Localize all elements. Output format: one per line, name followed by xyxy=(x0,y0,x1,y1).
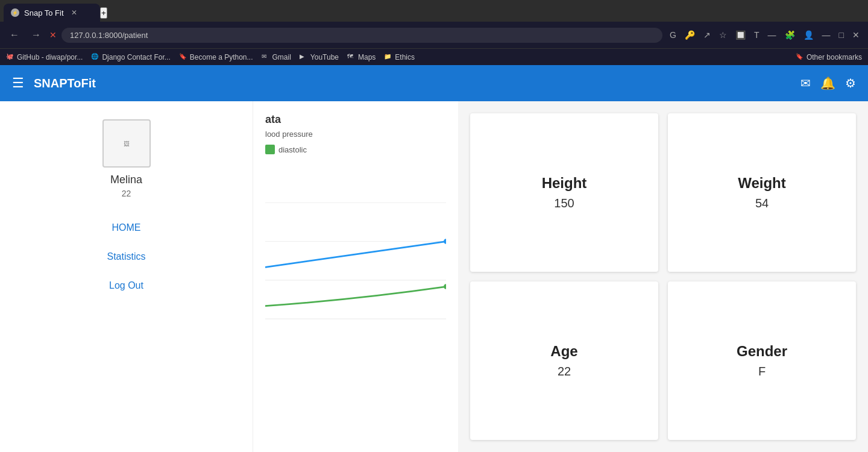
minimize-btn[interactable]: — xyxy=(820,29,833,41)
active-tab[interactable]: ⚡ Snap To Fit ✕ xyxy=(4,4,100,22)
back-button[interactable]: ← xyxy=(6,28,23,42)
stat-value-gender: F xyxy=(758,365,766,378)
bookmarks-bar: 🐙 GitHub - diwap/por... 🌐 Django Contact… xyxy=(0,48,868,65)
bookmark-other[interactable]: 🔖 Other bookmarks xyxy=(796,53,862,61)
bookmark-gmail-label: Gmail xyxy=(272,53,291,61)
close-browser-btn[interactable]: ✕ xyxy=(850,29,862,41)
django-favicon: 🌐 xyxy=(91,53,99,61)
top-nav-left: ☰ SNAPToFit xyxy=(12,75,96,91)
stats-section: Height 150 Weight 54 Age 22 Gender F xyxy=(458,101,868,452)
address-bar[interactable] xyxy=(61,28,662,43)
svg-point-4 xyxy=(444,239,446,244)
bookmark-maps-label: Maps xyxy=(358,53,376,61)
text-icon[interactable]: T xyxy=(752,29,762,41)
reload-icon[interactable]: ✕ xyxy=(49,30,57,40)
maximize-btn[interactable]: □ xyxy=(837,29,846,41)
tab-title: Snap To Fit xyxy=(24,8,64,17)
new-tab-button[interactable]: + xyxy=(100,7,107,19)
other-favicon: 🔖 xyxy=(796,53,804,61)
settings-icon[interactable]: ⚙ xyxy=(845,76,856,90)
puzzle-icon[interactable]: 🧩 xyxy=(782,29,797,41)
bookmark-python[interactable]: 🔖 Become a Python... xyxy=(179,53,253,61)
nav-link-statistics[interactable]: Statistics xyxy=(107,251,145,262)
maps-favicon: 🗺 xyxy=(347,53,356,61)
user-age: 22 xyxy=(122,189,131,198)
content-area: ata lood pressure diastolic xyxy=(253,101,868,452)
chart-section: ata lood pressure diastolic xyxy=(253,101,458,452)
stat-value-age: 22 xyxy=(558,365,571,378)
sidebar-nav-links: HOME Statistics Log Out xyxy=(12,222,241,291)
stat-label-gender: Gender xyxy=(737,343,787,360)
stat-card-age: Age 22 xyxy=(470,281,658,440)
nav-link-logout[interactable]: Log Out xyxy=(109,280,143,291)
share-icon[interactable]: ↗ xyxy=(701,29,713,41)
dash-icon[interactable]: — xyxy=(766,29,779,41)
github-favicon: 🐙 xyxy=(6,53,14,61)
ext1-icon[interactable]: 🔲 xyxy=(733,29,748,41)
tab-bar: ⚡ Snap To Fit ✕ + xyxy=(0,0,868,22)
legend-color-box xyxy=(265,145,275,154)
nav-link-home[interactable]: HOME xyxy=(112,222,141,233)
bookmark-ethics-label: Ethics xyxy=(395,53,415,61)
bookmark-github-label: GitHub - diwap/por... xyxy=(17,53,83,61)
stat-card-weight: Weight 54 xyxy=(668,113,856,272)
python-favicon: 🔖 xyxy=(179,53,187,61)
browser-chrome: ⚡ Snap To Fit ✕ + ← → ✕ G 🔑 ↗ ☆ 🔲 T — 🧩 … xyxy=(0,0,868,65)
bookmark-youtube[interactable]: ▶ YouTube xyxy=(300,53,339,61)
tab-favicon: ⚡ xyxy=(11,8,19,17)
avatar-container: 🖼 xyxy=(102,119,151,168)
browser-nav-bar: ← → ✕ G 🔑 ↗ ☆ 🔲 T — 🧩 👤 — □ ✕ xyxy=(0,22,868,48)
bookmark-other-label: Other bookmarks xyxy=(807,53,862,61)
stat-card-gender: Gender F xyxy=(668,281,856,440)
star-icon[interactable]: ☆ xyxy=(717,29,729,41)
app-wrapper: ☰ SNAPToFit ✉ 🔔 ⚙ 🖼 Melina 22 HOME Stati… xyxy=(0,65,868,452)
svg-point-5 xyxy=(444,284,446,289)
bookmark-ethics[interactable]: 📁 Ethics xyxy=(384,53,415,61)
notification-icon[interactable]: 🔔 xyxy=(820,76,835,90)
hamburger-icon[interactable]: ☰ xyxy=(12,75,24,91)
gmail-favicon: ✉ xyxy=(262,53,270,61)
ethics-favicon: 📁 xyxy=(384,53,392,61)
chart-canvas xyxy=(265,164,446,345)
tab-close-button[interactable]: ✕ xyxy=(71,8,77,17)
mail-icon[interactable]: ✉ xyxy=(800,76,811,90)
top-nav: ☰ SNAPToFit ✉ 🔔 ⚙ xyxy=(0,65,868,101)
bookmark-github[interactable]: 🐙 GitHub - diwap/por... xyxy=(6,53,83,61)
chart-title-text: ata xyxy=(265,113,281,125)
legend-label: diastolic xyxy=(278,145,307,154)
key-icon[interactable]: 🔑 xyxy=(682,29,697,41)
chart-subtitle: lood pressure xyxy=(265,130,446,139)
bookmark-youtube-label: YouTube xyxy=(310,53,339,61)
main-layout: 🖼 Melina 22 HOME Statistics Log Out ata … xyxy=(0,101,868,452)
stat-label-age: Age xyxy=(550,343,577,360)
chart-title: ata xyxy=(265,113,446,126)
stat-value-weight: 54 xyxy=(755,196,769,210)
bookmark-maps[interactable]: 🗺 Maps xyxy=(347,53,376,61)
bookmark-django[interactable]: 🌐 Django Contact For... xyxy=(91,53,170,61)
browser-actions: G 🔑 ↗ ☆ 🔲 T — 🧩 👤 — □ ✕ xyxy=(667,29,862,41)
bookmark-django-label: Django Contact For... xyxy=(102,53,170,61)
profile-icon[interactable]: 👤 xyxy=(801,29,816,41)
bookmark-gmail[interactable]: ✉ Gmail xyxy=(262,53,291,61)
avatar-broken-icon: 🖼 xyxy=(124,140,130,147)
stat-card-height: Height 150 xyxy=(470,113,658,272)
stat-value-height: 150 xyxy=(554,196,574,210)
bookmark-python-label: Become a Python... xyxy=(190,53,253,61)
top-nav-right: ✉ 🔔 ⚙ xyxy=(800,76,856,90)
chart-legend: diastolic xyxy=(265,145,446,154)
stat-label-height: Height xyxy=(542,175,587,192)
stat-label-weight: Weight xyxy=(738,175,786,192)
forward-button[interactable]: → xyxy=(28,28,45,42)
app-title: SNAPToFit xyxy=(34,77,96,90)
sidebar: 🖼 Melina 22 HOME Statistics Log Out xyxy=(0,101,253,452)
google-icon[interactable]: G xyxy=(667,29,679,41)
user-name: Melina xyxy=(110,174,142,186)
chart-svg xyxy=(265,164,446,345)
youtube-favicon: ▶ xyxy=(300,53,308,61)
